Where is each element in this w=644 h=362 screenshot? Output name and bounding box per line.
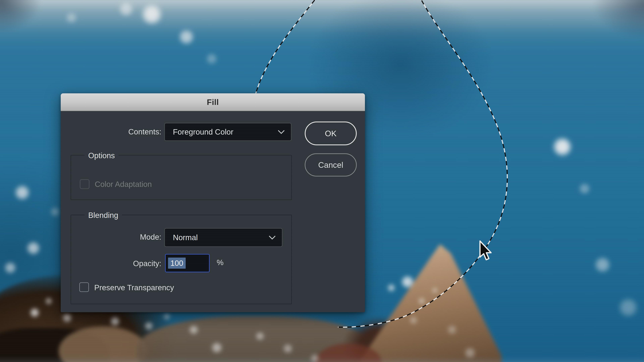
preserve-transparency-checkbox[interactable] [79, 282, 89, 292]
chevron-down-icon [278, 130, 285, 134]
mode-dropdown-value: Normal [165, 233, 268, 242]
contents-dropdown[interactable]: Foreground Color [164, 123, 292, 141]
dialog-titlebar[interactable]: Fill [61, 93, 365, 111]
ok-button-label: OK [325, 129, 336, 138]
options-group-legend: Options [84, 150, 118, 161]
chevron-down-icon [268, 235, 276, 240]
opacity-label: Opacity: [61, 259, 161, 268]
fill-dialog: Fill Contents: Foreground Color OK Cance… [61, 93, 365, 312]
contents-label: Contents: [61, 127, 161, 136]
preserve-transparency-label: Preserve Transparency [94, 283, 174, 292]
color-adaptation-checkbox [80, 179, 90, 189]
color-adaptation-label: Color Adaptation [95, 180, 152, 189]
cancel-button-label: Cancel [318, 160, 343, 170]
cursor-arrow-icon [480, 241, 491, 260]
mode-label: Mode: [61, 232, 161, 242]
opacity-input-value: 100 [168, 258, 186, 269]
dialog-title: Fill [207, 97, 219, 107]
opacity-unit: % [217, 258, 224, 267]
blending-group-legend: Blending [84, 210, 122, 221]
screen: Fill Contents: Foreground Color OK Cance… [0, 0, 644, 362]
options-group: Options Color Adaptation [70, 155, 292, 200]
contents-dropdown-value: Foreground Color [165, 127, 278, 136]
mode-dropdown[interactable]: Normal [164, 228, 282, 247]
cancel-button[interactable]: Cancel [305, 153, 357, 176]
ok-button[interactable]: OK [305, 121, 357, 145]
opacity-input[interactable]: 100 [165, 254, 210, 272]
